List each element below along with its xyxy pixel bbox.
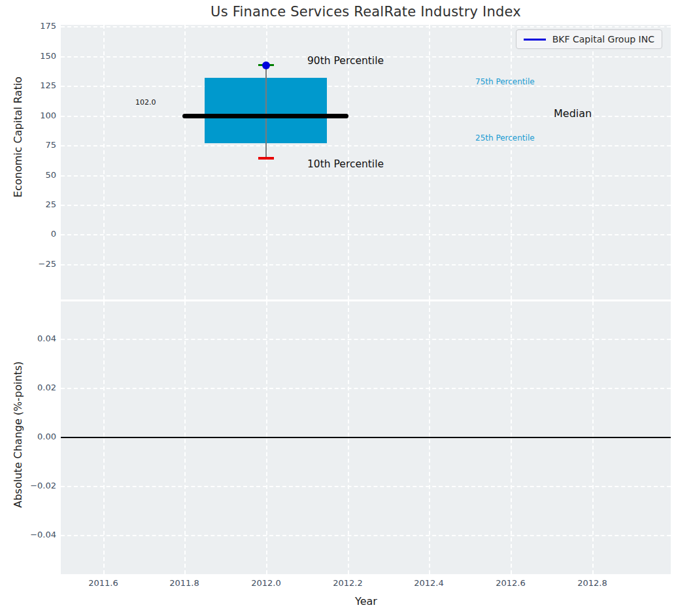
x-tick-label: 2012.2 [325,577,371,589]
chart-title: Us Finance Services RealRate Industry In… [61,4,671,20]
p90-annotation: 90th Percentile [307,55,384,67]
gridline-vertical [511,25,512,299]
top-y-axis-label: Economic Capital Ratio [12,39,24,235]
gridline-horizontal [61,264,671,265]
y-tick-label: 0.04 [0,334,56,344]
median-annotation: Median [554,107,592,120]
p75-annotation: 75th Percentile [475,77,535,86]
bottom-plot-area [61,301,671,574]
p10-whisker-cap [258,157,274,160]
y-tick-label: 50 [0,170,56,180]
y-tick-label: 75 [0,140,56,150]
y-tick-label: 0 [0,229,56,239]
company-marker-dot [262,61,270,69]
zero-baseline [61,437,671,438]
y-tick-label: 175 [0,21,56,31]
gridline-horizontal [61,486,671,487]
x-tick-label: 2012.8 [569,577,615,589]
x-tick-label: 2012.0 [243,577,289,589]
gridline-horizontal [61,145,671,146]
gridline-vertical [103,25,105,299]
y-tick-label: 100 [0,111,56,121]
bottom-y-axis-label: Absolute Change (%-points) [12,337,24,533]
gridline-horizontal [61,175,671,177]
median-value-annotation: 102.0 [135,98,156,107]
p25-annotation: 25th Percentile [475,133,535,143]
gridline-vertical [429,25,430,299]
y-tick-label: 0.00 [0,432,56,442]
whisker-line [265,65,267,158]
median-line [182,114,348,118]
gridline-horizontal [61,234,671,235]
y-tick-label: 125 [0,80,56,91]
legend: BKF Capital Group INC [516,29,662,49]
top-plot-area: 90th Percentile 10th Percentile 102.0 75… [61,25,671,299]
x-axis-label: Year [340,595,392,607]
gridline-horizontal [61,339,671,340]
gridline-vertical [184,25,186,299]
y-tick-label: 0.02 [0,383,56,393]
y-tick-label: −25 [0,259,56,269]
gridline-horizontal [61,205,671,206]
gridline-horizontal [61,86,671,87]
y-tick-label: 150 [0,51,56,61]
x-tick-label: 2011.8 [161,577,207,589]
gridline-horizontal [61,26,671,27]
y-tick-label: 25 [0,199,56,210]
p10-annotation: 10th Percentile [307,158,384,170]
gridline-vertical [592,25,594,299]
legend-series-label: BKF Capital Group INC [552,34,654,44]
y-tick-label: −0.02 [0,481,56,491]
legend-line-sample [524,39,546,41]
x-tick-label: 2011.6 [80,577,126,589]
gridline-horizontal [61,388,671,389]
gridline-horizontal [61,535,671,536]
figure: Us Finance Services RealRate Industry In… [0,0,676,616]
x-tick-label: 2012.6 [488,577,533,589]
x-tick-label: 2012.4 [406,577,452,589]
y-tick-label: −0.04 [0,530,56,540]
